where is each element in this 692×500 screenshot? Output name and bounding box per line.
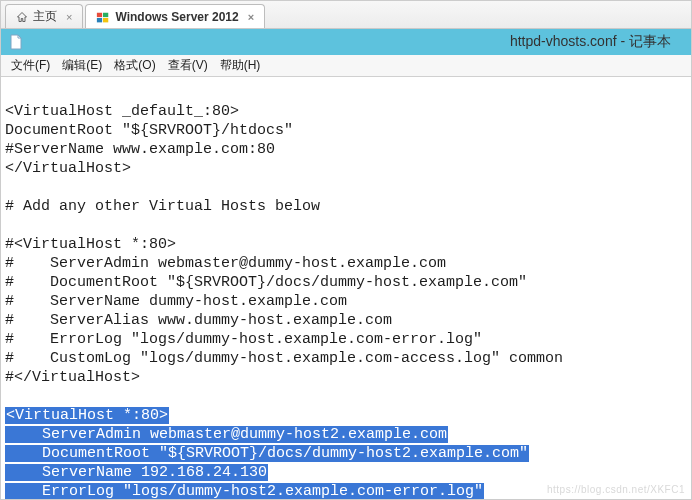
window: 主页 × Windows Server 2012 × httpd-vhosts.… (0, 0, 692, 500)
tab-home[interactable]: 主页 × (5, 4, 83, 28)
menu-help[interactable]: 帮助(H) (216, 55, 265, 76)
menu-file[interactable]: 文件(F) (7, 55, 54, 76)
watermark: https://blog.csdn.net/XKFC1 (547, 484, 685, 495)
windows-icon (96, 11, 110, 23)
menu-format[interactable]: 格式(O) (110, 55, 159, 76)
tab-windows-server[interactable]: Windows Server 2012 × (85, 4, 265, 28)
document-icon (9, 34, 23, 50)
tab-label: 主页 (33, 8, 57, 25)
menu-edit[interactable]: 编辑(E) (58, 55, 106, 76)
svg-rect-3 (103, 18, 108, 22)
code-content[interactable]: <VirtualHost _default_:80> DocumentRoot … (5, 83, 687, 500)
editor-area[interactable]: <VirtualHost _default_:80> DocumentRoot … (1, 77, 691, 500)
window-title: httpd-vhosts.conf - 记事本 (510, 33, 683, 51)
menu-view[interactable]: 查看(V) (164, 55, 212, 76)
browser-tabbar: 主页 × Windows Server 2012 × (1, 1, 691, 29)
svg-rect-0 (97, 12, 102, 16)
notepad-titlebar: httpd-vhosts.conf - 记事本 (1, 29, 691, 55)
home-icon (16, 11, 28, 23)
svg-rect-1 (103, 12, 108, 16)
close-icon[interactable]: × (66, 11, 72, 23)
close-icon[interactable]: × (248, 11, 254, 23)
menubar: 文件(F) 编辑(E) 格式(O) 查看(V) 帮助(H) (1, 55, 691, 77)
tab-label: Windows Server 2012 (115, 10, 238, 24)
svg-rect-2 (97, 18, 102, 22)
